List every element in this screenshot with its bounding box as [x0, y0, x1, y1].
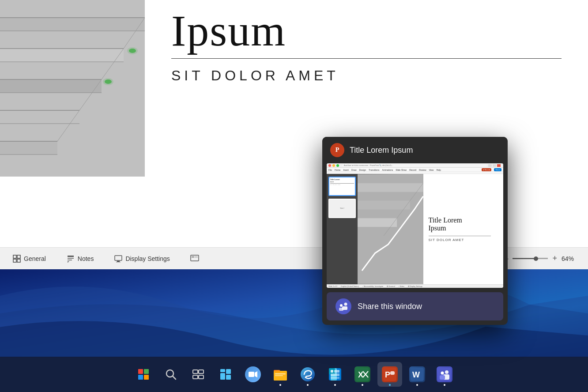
taskbar-dot [279, 384, 281, 386]
svg-rect-46 [226, 369, 231, 374]
svg-rect-59 [331, 370, 333, 373]
ppt-preview-title: Title LoremIpsum [429, 216, 498, 232]
taskbar-dot-excel [362, 384, 363, 386]
display-settings-button[interactable]: Display Settings [110, 253, 173, 265]
svg-rect-27 [17, 259, 20, 262]
taskbar-dot-store [334, 384, 336, 386]
slide-thumb-1[interactable]: Title Lorem Ipsum SIT DOLOR AMET [328, 177, 356, 196]
notes-label: Notes [78, 255, 94, 262]
taskbar-dot-edge [307, 384, 309, 386]
taskbar-dot-word [416, 384, 418, 386]
taskbar-dot-ppt [389, 384, 391, 386]
ppt-content-area: Title Lorem Ipsum SIT DOLOR AMET Slide 2 [327, 174, 503, 284]
slide-thumb-2[interactable]: Slide 2 [328, 199, 356, 218]
file-explorer-icon [272, 366, 288, 382]
svg-rect-53 [275, 373, 286, 374]
display-settings-label: Display Settings [125, 255, 170, 262]
taskbar-search[interactable] [158, 362, 183, 387]
svg-rect-33 [117, 261, 120, 262]
taskbar-dot-teams [444, 384, 445, 386]
svg-rect-26 [13, 259, 16, 262]
svg-rect-44 [199, 375, 204, 379]
ppt-preview-popup: P Title Lorem Ipsum AutoSave ● ▾ Infer m… [322, 137, 508, 325]
svg-rect-30 [68, 260, 72, 260]
svg-rect-45 [220, 369, 225, 372]
ppt-slides-panel: Title Lorem Ipsum SIT DOLOR AMET Slide 2 [327, 174, 358, 284]
display-settings-icon [114, 254, 123, 263]
ppt-preview-divider [429, 236, 491, 236]
svg-point-73 [445, 370, 449, 374]
taskbar-excel[interactable]: X [350, 362, 375, 387]
edge-icon [300, 366, 316, 382]
popup-title: Title Lorem Ipsum [350, 146, 413, 155]
slide-subtitle: SIT DOLOR AMET [171, 68, 562, 84]
svg-rect-69 [390, 371, 395, 375]
widgets-icon [218, 366, 234, 382]
svg-rect-76 [440, 375, 445, 380]
share-window-button[interactable]: Share this window [327, 292, 503, 320]
zoom-app-icon [245, 366, 261, 382]
taskbar-file-explorer[interactable] [268, 362, 293, 387]
search-icon [163, 366, 179, 382]
teams-icon [437, 366, 452, 382]
svg-rect-62 [331, 377, 339, 379]
view-icon-button[interactable] [187, 253, 203, 265]
ppt-preview-subtitle: SIT DOLOR AMET [429, 238, 498, 242]
slide-divider [171, 58, 562, 59]
ppt-mini-window: AutoSave ● ▾ Infer mostrumme - PowerPoin… [327, 163, 503, 288]
svg-rect-60 [334, 370, 339, 373]
svg-rect-29 [68, 258, 74, 259]
svg-rect-32 [115, 256, 122, 260]
taskbar-store[interactable] [323, 362, 347, 387]
svg-rect-47 [220, 373, 225, 380]
svg-rect-81 [358, 236, 384, 245]
zoom-plus[interactable]: + [552, 254, 557, 263]
taskbar-edge[interactable] [295, 362, 320, 387]
ppt-menu-bar: File Home Insert Draw Design Transitions… [327, 168, 503, 172]
word-icon: W [409, 366, 425, 382]
svg-rect-37 [195, 256, 198, 258]
store-icon [327, 366, 343, 382]
svg-point-85 [344, 303, 347, 306]
taskbar: X P W [0, 357, 588, 392]
windows-icon [136, 366, 151, 382]
powerpoint-icon: P [382, 366, 398, 382]
svg-marker-50 [255, 371, 257, 377]
taskbar-task-view[interactable] [186, 362, 211, 387]
svg-rect-25 [17, 255, 20, 258]
zoom-percent: 64% [562, 255, 579, 262]
svg-rect-34 [116, 262, 121, 262]
task-view-icon [190, 366, 206, 382]
svg-point-87 [340, 304, 343, 307]
taskbar-widgets[interactable] [213, 362, 238, 387]
taskbar-zoom[interactable] [241, 362, 265, 387]
svg-text:W: W [412, 370, 420, 379]
teams-share-icon [335, 298, 351, 314]
svg-rect-78 [358, 183, 423, 192]
zoom-slider[interactable] [513, 258, 548, 259]
taskbar-word[interactable]: W [405, 362, 430, 387]
svg-rect-2 [0, 49, 124, 62]
notes-button[interactable]: Notes [63, 253, 98, 265]
svg-marker-31 [68, 261, 69, 263]
svg-rect-42 [199, 370, 204, 373]
share-text: Share this window [358, 302, 422, 311]
taskbar-powerpoint[interactable]: P [377, 362, 402, 387]
svg-line-40 [173, 376, 176, 379]
svg-rect-49 [249, 372, 254, 377]
svg-rect-41 [193, 370, 198, 373]
svg-rect-24 [13, 255, 16, 258]
svg-rect-5 [0, 141, 57, 155]
general-icon [12, 254, 21, 263]
general-button[interactable]: General [9, 253, 49, 265]
svg-rect-61 [331, 373, 339, 376]
taskbar-start[interactable] [131, 362, 156, 387]
ppt-main-slide: Title LoremIpsum SIT DOLOR AMET [358, 174, 503, 284]
svg-point-19 [103, 78, 113, 85]
ppt-popup-icon: P [330, 143, 344, 157]
ppt-slide-image [358, 174, 423, 284]
svg-rect-4 [0, 110, 79, 124]
ppt-slide-text: Title LoremIpsum SIT DOLOR AMET [423, 174, 504, 284]
svg-text:P: P [385, 370, 390, 379]
taskbar-teams[interactable] [432, 362, 457, 387]
